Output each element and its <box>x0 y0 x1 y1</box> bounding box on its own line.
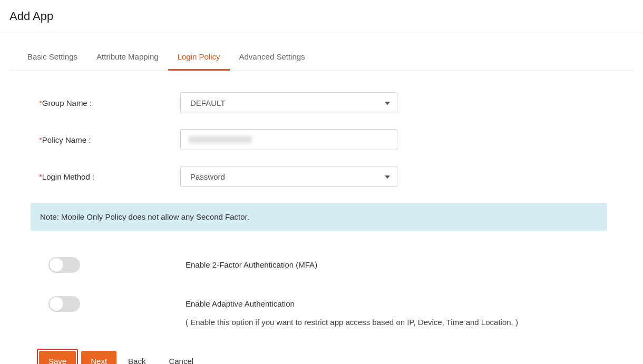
button-row: Save Next Back Cancel <box>9 349 634 364</box>
label-group-name: *Group Name : <box>39 99 180 107</box>
row-group-name: *Group Name : DEFAULT <box>39 92 607 113</box>
label-text-login-method: Login Method : <box>42 172 94 181</box>
sublabel-toggle-adaptive: ( Enable this option if you want to rest… <box>186 318 518 327</box>
select-wrap-group-name: DEFAULT <box>180 92 397 113</box>
toggle-mfa[interactable] <box>48 257 80 273</box>
label-text-policy-name: Policy Name : <box>42 135 91 144</box>
tab-basic-settings[interactable]: Basic Settings <box>18 43 87 71</box>
page-title: Add App <box>9 9 634 23</box>
label-login-method: *Login Method : <box>39 172 180 181</box>
toggle-adaptive[interactable] <box>48 296 80 312</box>
save-highlight-box: Save <box>37 349 78 364</box>
row-toggle-adaptive: Enable Adaptive Authentication ( Enable … <box>39 295 607 327</box>
tab-advanced-settings[interactable]: Advanced Settings <box>230 43 315 71</box>
select-wrap-login-method: Password <box>180 166 397 187</box>
toggle-knob-icon <box>50 258 63 272</box>
save-button[interactable]: Save <box>39 351 76 364</box>
note-box: Note: Mobile Only Policy does not allow … <box>31 203 607 231</box>
row-login-method: *Login Method : Password <box>39 166 607 187</box>
back-button[interactable]: Back <box>116 351 157 364</box>
next-button[interactable]: Next <box>81 351 116 364</box>
label-policy-name: *Policy Name : <box>39 135 180 144</box>
label-toggle-mfa: Enable 2-Factor Authentication (MFA) <box>186 256 317 269</box>
tab-attribute-mapping[interactable]: Attribute Mapping <box>87 43 168 71</box>
tab-login-policy[interactable]: Login Policy <box>168 43 230 71</box>
toggle-knob-icon <box>50 297 63 311</box>
cancel-button[interactable]: Cancel <box>157 351 205 364</box>
select-group-name[interactable]: DEFAULT <box>180 92 397 113</box>
label-toggle-adaptive: Enable Adaptive Authentication <box>186 295 518 308</box>
tabs: Basic Settings Attribute Mapping Login P… <box>9 43 634 71</box>
row-policy-name: *Policy Name : <box>39 129 607 150</box>
select-login-method[interactable]: Password <box>180 166 397 187</box>
row-toggle-mfa: Enable 2-Factor Authentication (MFA) <box>39 256 607 273</box>
label-text-group-name: Group Name : <box>42 99 92 107</box>
redacted-placeholder <box>189 136 252 143</box>
